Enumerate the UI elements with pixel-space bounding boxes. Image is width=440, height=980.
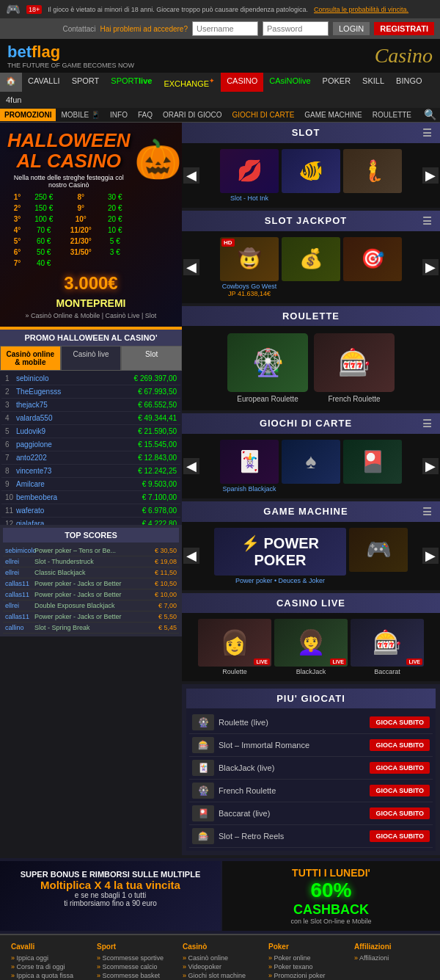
jackpot-card-3[interactable]: 🎯 (343, 237, 402, 297)
promo-tab-slot[interactable]: Slot (121, 346, 182, 371)
player-name[interactable]: vincente73 (16, 467, 138, 475)
subnav-roulette[interactable]: ROULETTE (367, 108, 417, 122)
footer-link[interactable]: Promozioni poker (268, 971, 343, 980)
footer-link[interactable]: Ippica a quota fissa (11, 971, 86, 980)
player-name[interactable]: bembeobera (16, 493, 142, 501)
subnav-game-machine[interactable]: GAME MACHINE (299, 108, 367, 122)
nav-home[interactable]: 🏠 (0, 73, 22, 92)
header: betflag THE FUTURE OF GAME BECOMES NOW C… (0, 39, 440, 73)
score-game[interactable]: Power poker - Jacks or Better (34, 580, 155, 587)
jackpot-card-2[interactable]: 💰 (282, 237, 340, 297)
slot-card-2[interactable]: 🐠 (282, 149, 340, 202)
footer-link[interactable]: Corse tra di oggi (11, 962, 86, 971)
subnav-faq[interactable]: FAQ (133, 108, 158, 122)
promo-tab-casino-online[interactable]: Casinò online & mobile (0, 346, 61, 371)
player-name[interactable]: gialafara (16, 520, 142, 525)
nav-poker[interactable]: POKER (317, 73, 357, 92)
jackpot-prev-btn[interactable]: ◀ (183, 259, 199, 275)
piu-play-button[interactable]: GIOCA SUBITO (370, 739, 430, 751)
score-game[interactable]: Power poker – Tens or Be... (34, 547, 155, 554)
player-name[interactable]: TheEugensss (16, 388, 138, 396)
subnav-giochi-carte[interactable]: GIOCHI DI CARTE (227, 108, 300, 122)
nav-exchange[interactable]: EXCHANGE✦ (158, 73, 221, 92)
jackpot-card-1[interactable]: 🤠 HD Cowboys Go West JP 41.638,14€ (220, 237, 279, 297)
score-game[interactable]: Classic Blackjack (34, 569, 155, 576)
password-input[interactable] (263, 21, 329, 36)
carte-list-icon[interactable]: ☰ (422, 418, 433, 429)
carte-prev-btn[interactable]: ◀ (183, 458, 199, 474)
score-game[interactable]: Slot - Thunderstruck (34, 558, 155, 565)
nav-casinolive[interactable]: CAsiNOlive (263, 73, 316, 92)
player-name[interactable]: sebinicolo (16, 374, 134, 382)
nav-skill[interactable]: SKILL (356, 73, 390, 92)
login-button[interactable]: LOGIN (333, 22, 370, 35)
footer-link[interactable]: Casinò online (183, 954, 257, 962)
machine-card-2[interactable]: 🎮 (349, 528, 408, 584)
live-roulette-img: 👩 LIVE (198, 619, 271, 667)
probability-link[interactable]: Consulta le probabilità di vincita. (314, 6, 408, 13)
piu-play-button[interactable]: GIOCA SUBITO (370, 807, 430, 819)
carte-card-3[interactable]: 🎴 (343, 440, 402, 493)
piu-play-button[interactable]: GIOCA SUBITO (370, 762, 430, 774)
french-roulette-card[interactable]: 🎰 French Roulette (314, 333, 395, 403)
player-name[interactable]: Amilcare (16, 480, 142, 488)
nav-casino[interactable]: CASINO (221, 73, 263, 92)
footer-link[interactable]: Giochi slot machine (183, 971, 257, 980)
promo-tab-casino-live[interactable]: Casinò live (61, 346, 122, 371)
slot-card-1[interactable]: 💋 Slot - Hot Ink (220, 149, 279, 202)
username-input[interactable] (192, 21, 258, 36)
footer-link[interactable]: Scommesse calcio (97, 962, 172, 971)
score-game[interactable]: Power poker - Jacks or Better (34, 613, 158, 620)
footer-link[interactable]: Scommesse sportive (97, 954, 172, 962)
slot-card-3[interactable]: 🧜 (343, 149, 402, 202)
contact-link[interactable]: Contattaci (62, 25, 95, 33)
footer-link[interactable]: Ippica oggi (11, 954, 86, 962)
machine-prev-btn[interactable]: ◀ (183, 548, 199, 564)
footer-link[interactable]: Poker texano (268, 962, 343, 971)
slot-list-icon[interactable]: ☰ (422, 127, 433, 139)
player-name[interactable]: waferato (16, 507, 142, 515)
piu-play-button[interactable]: GIOCA SUBITO (370, 830, 430, 842)
nav-cavalli[interactable]: CAVALLI (22, 73, 66, 92)
score-game[interactable]: Power poker - Jacks or Better (34, 591, 155, 598)
carte-card-1[interactable]: 🃏 Spanish Blackjack (220, 440, 279, 493)
nav-bingo[interactable]: BINGO (390, 73, 428, 92)
score-game[interactable]: Double Exposure Blackjack (34, 602, 158, 609)
slot-jackpot-list-icon[interactable]: ☰ (422, 215, 433, 227)
score-game[interactable]: Slot - Spring Break (34, 624, 158, 631)
subnav-mobile[interactable]: MOBILE 📱 (56, 108, 105, 122)
nav-sport[interactable]: SPORT (66, 73, 106, 92)
european-roulette-card[interactable]: 🎡 European Roulette (227, 333, 308, 403)
player-name[interactable]: paggiolone (16, 440, 138, 449)
footer-link[interactable]: Scommesse basket (97, 971, 172, 980)
player-name[interactable]: Ludovik9 (16, 427, 138, 435)
nav-4fun[interactable]: 4fun (0, 92, 27, 108)
jackpot-next-btn[interactable]: ▶ (422, 259, 439, 275)
carte-next-btn[interactable]: ▶ (422, 458, 439, 474)
machine-next-btn[interactable]: ▶ (422, 548, 439, 564)
footer-link[interactable]: Videopoker (183, 962, 257, 971)
live-roulette-card[interactable]: 👩 LIVE Roulette (198, 619, 271, 675)
subnav-info[interactable]: INFO (105, 108, 133, 122)
piu-name: Baccarat (live) (219, 809, 365, 818)
nav-sportlive[interactable]: SPORTlive (105, 73, 158, 92)
piu-play-button[interactable]: GIOCA SUBITO (370, 716, 430, 728)
piu-play-button[interactable]: GIOCA SUBITO (370, 785, 430, 796)
subnav-orari[interactable]: ORARI DI GIOCO (158, 108, 227, 122)
machine-list-icon[interactable]: ☰ (422, 506, 433, 518)
score-row: ellrei Classic Blackjack € 11,50 (3, 567, 179, 578)
machine-card-1[interactable]: ⚡ POWER POKER Power poker • Deuces & Jok… (214, 528, 346, 584)
footer-link[interactable]: Poker online (268, 954, 343, 962)
carte-card-2[interactable]: ♠️ (282, 440, 340, 493)
score-row: sebimicolo Power poker – Tens or Be... €… (3, 545, 179, 556)
slot-prev-btn[interactable]: ◀ (183, 167, 199, 184)
live-blackjack-card[interactable]: 👩‍🦱 LIVE BlackJack (274, 619, 348, 675)
player-name[interactable]: thejack75 (16, 401, 138, 409)
footer-link[interactable]: Affiliazioni (354, 954, 429, 962)
slot-next-btn[interactable]: ▶ (422, 167, 439, 184)
player-name[interactable]: anto2202 (16, 454, 138, 462)
live-roulette-label: Roulette (198, 668, 271, 675)
register-button[interactable]: REGISTRATI (374, 22, 434, 35)
live-baccarat-card[interactable]: 🎰 LIVE Baccarat (351, 619, 424, 675)
player-name[interactable]: valarda550 (16, 414, 138, 422)
